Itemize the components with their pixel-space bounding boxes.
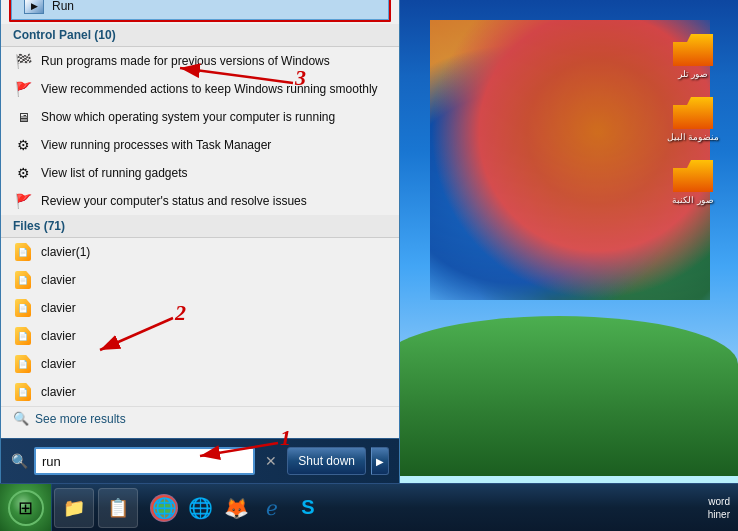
taskbar-icon-ie[interactable]: 🌐 xyxy=(186,494,214,522)
desktop-icon-1[interactable]: صور تلر xyxy=(653,30,733,83)
cp-label-3: View running processes with Task Manager xyxy=(41,138,271,152)
desktop-icon-label-1: صور تلر xyxy=(678,69,709,79)
flag-icon-0: 🏁 xyxy=(13,53,33,69)
clock-line1: word xyxy=(708,495,730,508)
taskbar: ⊞ 📁 📋 🌐 🌐 🦊 ℯ S word hiner xyxy=(0,483,738,531)
cp-label-5: Review your computer's status and resolv… xyxy=(41,194,307,208)
file-label-1: clavier xyxy=(41,273,76,287)
cp-label-0: Run programs made for previous versions … xyxy=(41,54,330,68)
search-input[interactable] xyxy=(34,447,255,475)
run-icon: ▶ xyxy=(24,0,44,14)
start-menu: Programs (1) ▶ Run Control Panel (10) 🏁 … xyxy=(0,0,400,483)
run-label: Run xyxy=(52,0,74,13)
file-icon-2: 📄 xyxy=(13,300,33,316)
cp-item-5[interactable]: 🚩 Review your computer's status and reso… xyxy=(1,187,399,215)
flag-icon-1: 🚩 xyxy=(13,81,33,97)
files-section-header: Files (71) xyxy=(1,215,399,238)
run-item-container: ▶ Run xyxy=(9,0,391,22)
desktop-icon-3[interactable]: صور الكنبة xyxy=(653,156,733,209)
file-item-0[interactable]: 📄 clavier(1) xyxy=(1,238,399,266)
file-icon-3: 📄 xyxy=(13,328,33,344)
shutdown-arrow-button[interactable]: ▶ xyxy=(371,447,389,475)
search-bar: 🔍 ✕ Shut down ▶ xyxy=(1,438,399,483)
cp-item-3[interactable]: ⚙ View running processes with Task Manag… xyxy=(1,131,399,159)
start-button[interactable]: ⊞ xyxy=(0,484,52,532)
file-icon-1: 📄 xyxy=(13,272,33,288)
taskbar-icon-firefox[interactable]: 🦊 xyxy=(222,494,250,522)
taskbar-clock: word hiner xyxy=(708,495,730,521)
desktop-icon-label-3: صور الكنبة xyxy=(672,195,714,205)
taskbar-icon-ie2[interactable]: ℯ xyxy=(258,494,286,522)
file-item-5[interactable]: 📄 clavier xyxy=(1,378,399,406)
file-icon-5: 📄 xyxy=(13,384,33,400)
file-icon-4: 📄 xyxy=(13,356,33,372)
taskbar-explorer-button[interactable]: 📁 xyxy=(54,488,94,528)
file-item-2[interactable]: 📄 clavier xyxy=(1,294,399,322)
shutdown-button[interactable]: Shut down xyxy=(287,447,366,475)
cp-label-4: View list of running gadgets xyxy=(41,166,188,180)
taskbar-system-tray: word hiner xyxy=(708,495,738,521)
desktop-icons: صور تلر منضومة البيل صور الكنبة xyxy=(653,30,733,209)
monitor-icon-0: 🖥 xyxy=(13,109,33,125)
taskbar-icon-chrome[interactable]: 🌐 xyxy=(150,494,178,522)
file-item-4[interactable]: 📄 clavier xyxy=(1,350,399,378)
gear-icon-1: ⚙ xyxy=(13,165,33,181)
desktop-grass xyxy=(380,316,738,476)
file-icon-0: 📄 xyxy=(13,244,33,260)
desktop-icon-2[interactable]: منضومة البيل xyxy=(653,93,733,146)
clock-line2: hiner xyxy=(708,508,730,521)
search-icon: 🔍 xyxy=(11,453,28,469)
file-label-2: clavier xyxy=(41,301,76,315)
run-icon-img: ▶ xyxy=(24,0,44,14)
gear-icon-0: ⚙ xyxy=(13,137,33,153)
see-more-results[interactable]: 🔍 See more results xyxy=(1,406,399,430)
taskbar-icons: 🌐 🌐 🦊 ℯ S xyxy=(148,494,324,522)
cp-item-4[interactable]: ⚙ View list of running gadgets xyxy=(1,159,399,187)
cp-item-0[interactable]: 🏁 Run programs made for previous version… xyxy=(1,47,399,75)
start-orb: ⊞ xyxy=(8,490,44,526)
desktop-icon-label-2: منضومة البيل xyxy=(667,132,720,142)
cp-item-1[interactable]: 🚩 View recommended actions to keep Windo… xyxy=(1,75,399,103)
file-label-4: clavier xyxy=(41,357,76,371)
run-menu-item[interactable]: ▶ Run xyxy=(11,0,389,20)
cp-item-2[interactable]: 🖥 Show which operating system your compu… xyxy=(1,103,399,131)
search-results-panel: Programs (1) ▶ Run Control Panel (10) 🏁 … xyxy=(1,0,399,438)
flag-icon-2: 🚩 xyxy=(13,193,33,209)
controlpanel-section-header: Control Panel (10) xyxy=(1,24,399,47)
file-item-3[interactable]: 📄 clavier xyxy=(1,322,399,350)
cp-label-1: View recommended actions to keep Windows… xyxy=(41,82,378,96)
file-label-0: clavier(1) xyxy=(41,245,90,259)
taskbar-icon-skype[interactable]: S xyxy=(294,494,322,522)
search-clear-button[interactable]: ✕ xyxy=(261,453,281,469)
cp-label-2: Show which operating system your compute… xyxy=(41,110,335,124)
file-label-5: clavier xyxy=(41,385,76,399)
file-item-1[interactable]: 📄 clavier xyxy=(1,266,399,294)
file-label-3: clavier xyxy=(41,329,76,343)
see-more-label: See more results xyxy=(35,412,126,426)
taskbar-button-2[interactable]: 📋 xyxy=(98,488,138,528)
